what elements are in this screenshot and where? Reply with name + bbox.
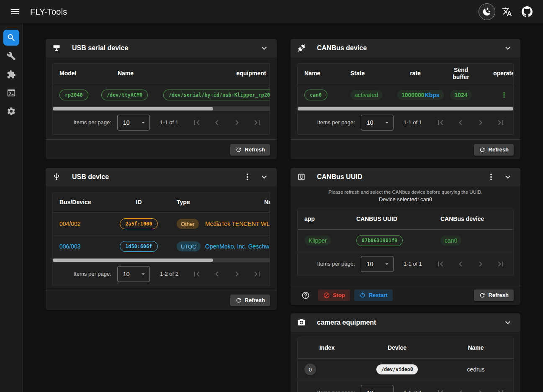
table-row: 004/002 2a5f:1000 Other MediaTek TENCENT… [53, 213, 270, 235]
first-page-button[interactable] [430, 254, 450, 274]
usb-type-chip: UTOC [177, 241, 201, 251]
horizontal-scrollbar[interactable] [298, 107, 513, 111]
items-per-page-select[interactable]: 10 [361, 256, 394, 272]
uuid-chip: 87b0631981f9 [356, 235, 403, 246]
page-last-icon [496, 259, 506, 269]
refresh-icon [235, 146, 242, 153]
last-page-button[interactable] [491, 254, 511, 274]
last-page-button[interactable] [491, 383, 511, 392]
page-last-icon [252, 269, 262, 279]
horizontal-scrollbar[interactable] [53, 107, 270, 111]
column-header: Index [298, 338, 356, 358]
items-per-page-label: Items per page: [317, 119, 355, 126]
items-per-page-select[interactable]: 10 [117, 266, 150, 282]
page-first-icon [435, 118, 445, 128]
chevron-down-icon [139, 119, 147, 126]
help-button[interactable] [300, 290, 311, 301]
wrench-icon [7, 51, 16, 61]
dark-mode-toggle-button[interactable] [479, 3, 495, 20]
uuid-hint-text: Please refresh and select the CANbus dev… [297, 189, 514, 195]
next-page-button[interactable] [471, 113, 491, 133]
page-first-icon [435, 259, 445, 269]
scrollbar-thumb[interactable] [53, 259, 213, 262]
items-per-page-select[interactable]: 10 [361, 115, 394, 131]
chevron-right-icon [232, 118, 242, 128]
hamburger-menu-button[interactable] [8, 5, 22, 18]
page-first-icon [192, 118, 202, 128]
rate-unit: Kbps [425, 92, 440, 98]
camera-icon [297, 318, 306, 327]
help-circle-icon [301, 291, 310, 300]
pagination: Items per page: 10 1-2 of 2 [53, 262, 270, 286]
menu-icon [10, 7, 20, 17]
collapse-button[interactable] [256, 40, 273, 56]
more-options-button[interactable] [483, 169, 499, 185]
column-header: State [344, 64, 391, 84]
last-page-button[interactable] [247, 113, 267, 133]
scrollbar-thumb[interactable] [298, 107, 513, 110]
sidebar-item-terminal[interactable] [0, 84, 23, 102]
first-page-button[interactable] [430, 113, 450, 133]
next-page-button[interactable] [471, 383, 491, 392]
main-content: USB serial device Model Name equipment [23, 23, 543, 392]
card-usb-serial-device: USB serial device Model Name equipment [46, 39, 277, 159]
chevron-left-icon [456, 118, 466, 128]
column-header: Model [53, 64, 95, 84]
previous-page-button[interactable] [207, 264, 227, 284]
row-operate-button[interactable] [497, 87, 512, 102]
first-page-button [430, 383, 450, 392]
more-options-button[interactable] [239, 169, 256, 185]
language-button[interactable] [499, 3, 515, 20]
table-row: 0 /dev/video0 cedrus [298, 358, 513, 381]
first-page-button[interactable] [187, 264, 207, 284]
collapse-button[interactable] [256, 169, 273, 185]
next-page-button[interactable] [471, 254, 491, 274]
previous-page-button[interactable] [450, 113, 471, 133]
refresh-button[interactable]: Refresh [474, 290, 514, 301]
first-page-button[interactable] [187, 113, 207, 133]
sidebar-item-tools[interactable] [0, 47, 23, 65]
github-button[interactable] [519, 3, 535, 20]
restart-button[interactable]: Restart [354, 290, 393, 301]
collapse-button[interactable] [499, 40, 516, 56]
refresh-button[interactable]: Refresh [474, 144, 514, 156]
last-page-button[interactable] [247, 264, 267, 284]
previous-page-button[interactable] [450, 383, 471, 392]
data-table: Model Name equipment rp2040 /dev/ttyACM0… [52, 63, 270, 135]
refresh-button[interactable]: Refresh [230, 144, 270, 156]
data-table: Bus/Device ID Type Name 004/002 2a5f:100… [52, 192, 270, 286]
rate-value: 1000000 [401, 92, 425, 98]
chevron-left-icon [212, 269, 222, 279]
next-page-button[interactable] [227, 113, 247, 133]
previous-page-button[interactable] [207, 113, 227, 133]
app-bar: FLY-Tools [0, 0, 543, 23]
previous-page-button[interactable] [450, 254, 471, 274]
usb-type-chip: Other [177, 219, 199, 229]
collapse-button[interactable] [499, 314, 516, 331]
last-page-button[interactable] [491, 113, 511, 133]
table-row: can0 activated 1000000Kbps 1024 [298, 84, 513, 106]
items-per-page-label: Items per page: [317, 261, 355, 267]
sidebar-item-settings[interactable] [0, 102, 23, 120]
card-actions: Refresh [291, 139, 520, 159]
serial-port-icon [52, 44, 61, 52]
chevron-down-icon [139, 270, 147, 278]
card-actions: Stop Restart Refresh [291, 285, 520, 305]
next-page-button[interactable] [227, 264, 247, 284]
device-name-chip: /dev/ttyACM0 [101, 90, 148, 100]
stop-button[interactable]: Stop [318, 290, 350, 301]
dots-vertical-icon [486, 172, 496, 182]
horizontal-scrollbar[interactable] [53, 258, 270, 262]
items-per-page-select[interactable]: 10 [361, 385, 394, 392]
items-per-page-select[interactable]: 10 [117, 115, 150, 131]
scrollbar-thumb[interactable] [53, 107, 213, 110]
items-per-page-label: Items per page: [317, 389, 355, 392]
column-header: ID [108, 192, 170, 213]
collapse-button[interactable] [499, 169, 516, 185]
refresh-button[interactable]: Refresh [230, 295, 270, 306]
sidebar-item-plugins[interactable] [0, 65, 23, 84]
sidebar-item-device-query[interactable] [0, 28, 23, 47]
refresh-icon [479, 146, 486, 153]
card-header: CANBus device [291, 39, 520, 57]
camera-device-chip: /dev/video0 [376, 364, 417, 374]
